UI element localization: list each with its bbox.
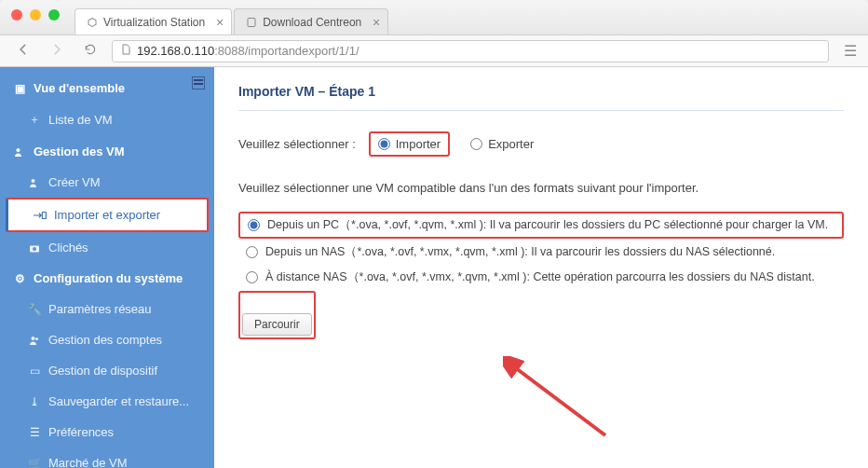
dashboard-icon: ▣ bbox=[13, 82, 26, 95]
browse-highlight: Parcourir bbox=[238, 291, 316, 339]
sidebar-item-devices[interactable]: ▭ Gestion de dispositif bbox=[0, 355, 214, 386]
sidebar-item-label: Sauvegarder et restaure... bbox=[48, 394, 189, 408]
sidebar-item-backup-restore[interactable]: ⤓ Sauvegarder et restaure... bbox=[0, 386, 214, 417]
window-controls bbox=[11, 9, 60, 21]
url-host: 192.168.0.110 bbox=[137, 44, 214, 58]
tab-label: Download Centreon bbox=[263, 16, 361, 29]
radio-label: Depuis un PC（*.ova, *.ovf, *.qvm, *.xml … bbox=[267, 217, 828, 233]
mode-select-row: Veuillez sélectionner : Importer Exporte… bbox=[238, 131, 844, 157]
instruction-text: Veuillez sélectionner une VM compatible … bbox=[238, 181, 844, 195]
sidebar-item-label: Créer VM bbox=[48, 175, 101, 189]
radio-source-pc-input[interactable] bbox=[248, 219, 260, 231]
sidebar-item-preferences[interactable]: ☰ Préférences bbox=[0, 417, 214, 447]
radio-label: Depuis un NAS（*.ova, *.ovf, *.vmx, *.qvm… bbox=[265, 244, 775, 260]
url-path: :8088/importandexport/1/1/ bbox=[214, 44, 359, 58]
svg-line-10 bbox=[512, 365, 605, 435]
annotation-arrow-icon bbox=[503, 356, 615, 449]
main-panel: Importer VM – Étape 1 Veuillez sélection… bbox=[214, 67, 868, 468]
page-icon bbox=[246, 17, 257, 28]
sidebar-item-label: Liste de VM bbox=[48, 113, 113, 127]
browser-tabs: Virtualization Station × Download Centre… bbox=[75, 8, 390, 34]
sidebar-item-import-export[interactable]: Importer et exporter bbox=[6, 198, 209, 232]
cart-icon: 🛒 bbox=[28, 457, 41, 469]
gear-icon: ⚙ bbox=[13, 272, 26, 285]
select-label: Veuillez sélectionner : bbox=[238, 137, 356, 151]
maximize-window-button[interactable] bbox=[48, 9, 60, 21]
sidebar: ▣ Vue d'ensemble ＋ Liste de VM Gestion d… bbox=[0, 67, 214, 468]
radio-label: Importer bbox=[396, 137, 441, 151]
minimize-window-button[interactable] bbox=[30, 9, 41, 21]
sidebar-item-create-vm[interactable]: Créer VM bbox=[0, 167, 214, 198]
sidebar-item-label: Gestion des comptes bbox=[48, 333, 162, 347]
wrench-icon: 🔧 bbox=[28, 303, 41, 316]
sidebar-item-snapshots[interactable]: Clichés bbox=[0, 232, 214, 263]
svg-rect-0 bbox=[248, 18, 255, 26]
tab-download-centreon[interactable]: Download Centreon × bbox=[234, 8, 388, 34]
page-title: Importer VM – Étape 1 bbox=[238, 84, 844, 111]
import-export-icon bbox=[34, 210, 47, 221]
svg-rect-5 bbox=[42, 212, 46, 218]
sidebar-item-vm-list[interactable]: ＋ Liste de VM bbox=[0, 103, 214, 136]
radio-source-remote-nas[interactable]: À distance NAS（*.ova, *.ovf, *.vmx, *.qv… bbox=[238, 266, 844, 289]
file-icon bbox=[120, 43, 131, 59]
radio-source-nas-input[interactable] bbox=[246, 246, 258, 258]
sidebar-item-label: Marché de VM bbox=[48, 456, 128, 468]
radio-source-pc[interactable]: Depuis un PC（*.ova, *.ovf, *.qvm, *.xml … bbox=[238, 212, 844, 239]
sidebar-item-network[interactable]: 🔧 Paramètres réseau bbox=[0, 294, 214, 324]
sliders-icon: ☰ bbox=[28, 426, 41, 439]
svg-point-3 bbox=[17, 148, 20, 152]
close-window-button[interactable] bbox=[11, 9, 22, 21]
svg-rect-2 bbox=[194, 83, 203, 85]
sidebar-item-label: Préférences bbox=[48, 425, 114, 439]
source-radio-group: Depuis un PC（*.ova, *.ovf, *.qvm, *.xml … bbox=[238, 212, 844, 289]
svg-point-9 bbox=[35, 337, 38, 340]
close-icon[interactable]: × bbox=[373, 15, 380, 30]
sidebar-item-label: Gestion des VM bbox=[34, 145, 125, 158]
sidebar-item-label: Importer et exporter bbox=[54, 208, 160, 222]
sidebar-item-vm-management[interactable]: Gestion des VM bbox=[0, 136, 214, 167]
radio-export[interactable]: Exporter bbox=[463, 133, 541, 155]
sidebar-toggle[interactable] bbox=[192, 76, 205, 89]
camera-icon bbox=[28, 242, 41, 254]
sidebar-item-label: Paramètres réseau bbox=[48, 302, 152, 316]
sidebar-item-label: Clichés bbox=[48, 241, 88, 255]
users-icon bbox=[13, 146, 26, 158]
address-bar[interactable]: 192.168.0.110:8088/importandexport/1/1/ bbox=[112, 40, 829, 62]
sidebar-item-accounts[interactable]: Gestion des comptes bbox=[0, 324, 214, 355]
svg-point-4 bbox=[32, 179, 35, 183]
tab-label: Virtualization Station bbox=[103, 16, 205, 29]
radio-export-input[interactable] bbox=[470, 138, 482, 150]
radio-import-input[interactable] bbox=[378, 138, 390, 150]
users-icon bbox=[28, 177, 41, 188]
reload-button[interactable] bbox=[78, 41, 102, 62]
titlebar: Virtualization Station × Download Centre… bbox=[0, 0, 868, 35]
back-button[interactable] bbox=[11, 41, 35, 62]
radio-label: Exporter bbox=[488, 137, 534, 151]
device-icon: ▭ bbox=[28, 365, 41, 378]
sidebar-item-vm-market[interactable]: 🛒 Marché de VM bbox=[0, 447, 214, 468]
plus-icon: ＋ bbox=[28, 112, 41, 128]
users-icon bbox=[28, 335, 41, 346]
sidebar-item-label: Vue d'ensemble bbox=[34, 81, 125, 95]
svg-rect-1 bbox=[194, 79, 203, 81]
browser-window: Virtualization Station × Download Centre… bbox=[0, 0, 868, 468]
sidebar-item-overview[interactable]: ▣ Vue d'ensemble bbox=[0, 73, 214, 103]
sidebar-item-label: Configuration du système bbox=[34, 271, 183, 285]
radio-import[interactable]: Importer bbox=[369, 131, 450, 157]
svg-point-7 bbox=[33, 247, 36, 251]
radio-source-nas[interactable]: Depuis un NAS（*.ova, *.ovf, *.vmx, *.qvm… bbox=[238, 241, 844, 264]
cube-icon bbox=[87, 17, 98, 28]
browser-toolbar: 192.168.0.110:8088/importandexport/1/1/ … bbox=[0, 35, 868, 67]
menu-icon[interactable]: ☰ bbox=[844, 42, 857, 60]
app-content: ▣ Vue d'ensemble ＋ Liste de VM Gestion d… bbox=[0, 67, 868, 468]
sidebar-item-system-config[interactable]: ⚙ Configuration du système bbox=[0, 263, 214, 294]
svg-point-8 bbox=[32, 337, 35, 340]
radio-label: À distance NAS（*.ova, *.ovf, *.vmx, *.qv… bbox=[265, 269, 815, 285]
radio-source-remote-nas-input[interactable] bbox=[246, 271, 258, 283]
browse-button[interactable]: Parcourir bbox=[242, 313, 312, 336]
save-icon: ⤓ bbox=[28, 395, 41, 408]
close-icon[interactable]: × bbox=[216, 15, 224, 30]
forward-button[interactable] bbox=[45, 41, 69, 62]
sidebar-item-label: Gestion de dispositif bbox=[48, 364, 157, 378]
tab-virtualization-station[interactable]: Virtualization Station × bbox=[75, 8, 232, 34]
